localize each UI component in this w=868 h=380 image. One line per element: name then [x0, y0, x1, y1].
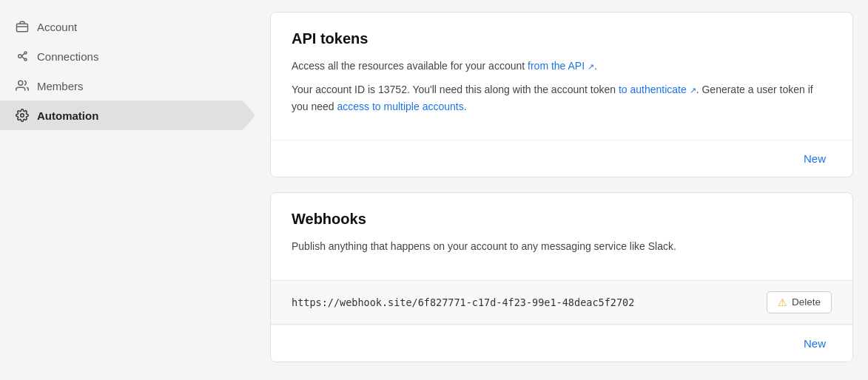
webhooks-card-body: Webhooks Publish anything that happens o… — [271, 193, 852, 279]
members-icon — [15, 78, 30, 93]
sidebar: Account Connections Members — [0, 0, 255, 380]
webhook-entry: https://webhook.site/6f827771-c17d-4f23-… — [271, 280, 852, 325]
sidebar-item-connections[interactable]: Connections — [0, 41, 255, 71]
connections-icon — [15, 49, 30, 64]
warning-icon: ⚠ — [778, 296, 787, 308]
api-tokens-footer: New — [271, 140, 852, 177]
authenticate-link[interactable]: to authenticate ↗ — [619, 84, 696, 95]
main-content: API tokens Access all the resources avai… — [255, 0, 868, 380]
webhooks-card: Webhooks Publish anything that happens o… — [270, 192, 853, 362]
sidebar-item-automation-label: Automation — [37, 109, 98, 122]
svg-point-3 — [18, 55, 22, 58]
sidebar-item-connections-label: Connections — [37, 50, 98, 63]
api-tokens-new-button[interactable]: New — [798, 149, 832, 168]
sidebar-item-automation[interactable]: Automation — [0, 101, 255, 130]
sidebar-item-members[interactable]: Members — [0, 71, 255, 101]
webhooks-description: Publish anything that happens on your ac… — [292, 238, 832, 254]
svg-point-9 — [21, 114, 24, 118]
svg-rect-0 — [17, 24, 28, 32]
svg-point-8 — [18, 81, 23, 85]
api-tokens-description1: Access all the resources available for y… — [292, 58, 832, 74]
sidebar-item-members-label: Members — [37, 80, 84, 92]
multiple-accounts-link[interactable]: access to multiple accounts — [337, 101, 464, 112]
webhooks-new-button[interactable]: New — [798, 334, 832, 353]
sidebar-item-account[interactable]: Account — [0, 12, 255, 41]
from-api-link[interactable]: from the API ↗ — [528, 60, 594, 72]
webhooks-title: Webhooks — [292, 211, 832, 228]
svg-point-4 — [24, 52, 27, 54]
webhook-url: https://webhook.site/6f827771-c17d-4f23-… — [292, 296, 634, 308]
webhooks-footer: New — [271, 325, 852, 362]
api-tokens-title: API tokens — [292, 30, 832, 47]
svg-line-6 — [21, 53, 24, 56]
briefcase-icon — [15, 19, 30, 34]
api-tokens-card-body: API tokens Access all the resources avai… — [271, 13, 852, 140]
delete-label: Delete — [792, 296, 821, 308]
webhook-delete-button[interactable]: ⚠ Delete — [767, 291, 832, 313]
svg-line-7 — [21, 56, 24, 59]
sidebar-item-account-label: Account — [37, 21, 77, 33]
api-tokens-description2: Your account ID is 13752. You'll need th… — [292, 81, 832, 115]
gear-icon — [15, 108, 30, 123]
api-tokens-card: API tokens Access all the resources avai… — [270, 12, 853, 177]
svg-point-5 — [24, 58, 27, 61]
